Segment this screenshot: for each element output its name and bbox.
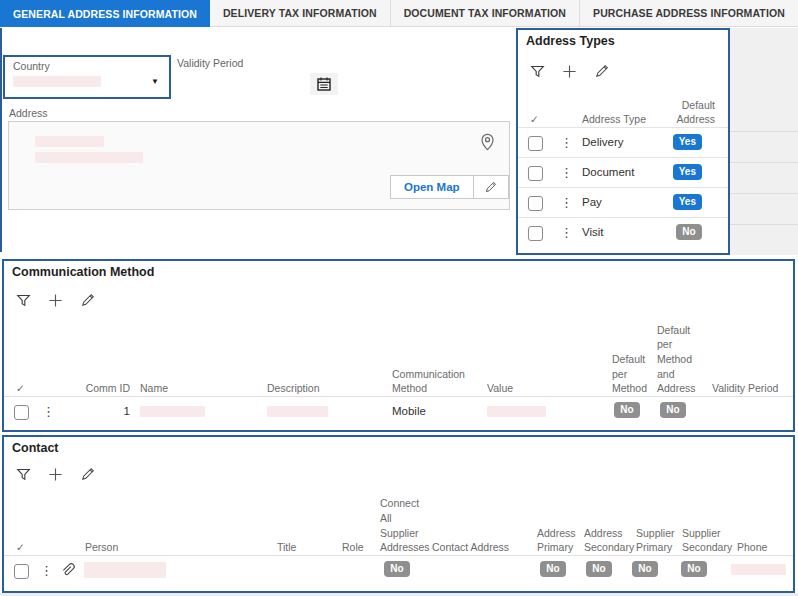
column-validity-period: Validity Period	[712, 381, 792, 396]
filter-icon[interactable]	[530, 64, 545, 79]
table-row[interactable]: ⋮ Pay Yes	[518, 187, 728, 218]
row-menu-icon[interactable]: ⋮	[560, 226, 573, 239]
column-phone: Phone	[737, 540, 787, 555]
address-type-value: Delivery	[582, 136, 624, 148]
row-menu-icon[interactable]: ⋮	[560, 166, 573, 179]
country-value-redacted	[13, 76, 101, 87]
column-comm-id: Comm ID	[60, 381, 130, 396]
row-menu-icon[interactable]: ⋮	[560, 196, 573, 209]
select-all-check-icon: ✓	[16, 381, 25, 396]
table-row[interactable]: ⋮ No No No No No	[4, 555, 793, 585]
column-name: Name	[140, 381, 260, 396]
row-checkbox[interactable]	[528, 226, 543, 241]
address-type-value: Document	[582, 166, 634, 178]
tab-delivery-tax-information[interactable]: DELIVERY TAX INFORMATION	[210, 0, 391, 27]
address-type-value: Pay	[582, 196, 602, 208]
column-value: Value	[487, 381, 602, 396]
address-types-title: Address Types	[526, 34, 615, 48]
row-checkbox[interactable]	[528, 166, 543, 181]
address-line2-redacted	[35, 152, 143, 163]
column-connect-all-supplier-addresses: Connect All Supplier Addresses	[380, 496, 430, 555]
country-field[interactable]: Country ▼	[3, 55, 171, 99]
column-description: Description	[267, 381, 387, 396]
tab-document-tax-information[interactable]: DOCUMENT TAX INFORMATION	[391, 0, 580, 27]
tab-general-address-information[interactable]: GENERAL ADDRESS INFORMATION	[0, 0, 210, 27]
edit-icon[interactable]	[80, 293, 95, 308]
row-checkbox[interactable]	[528, 196, 543, 211]
tab-bar: GENERAL ADDRESS INFORMATION DELIVERY TAX…	[0, 0, 798, 27]
contact-title: Contact	[12, 441, 59, 455]
row-checkbox[interactable]	[528, 136, 543, 151]
pencil-icon	[484, 181, 497, 194]
address-secondary-badge: No	[586, 561, 612, 577]
column-supplier-primary: Supplier Primary	[636, 526, 682, 555]
add-icon[interactable]	[48, 293, 63, 308]
column-default-per-method-and-address: Default per Method and Address	[657, 323, 707, 396]
validity-period-label: Validity Period	[177, 57, 243, 69]
column-address-type: Address Type	[582, 112, 662, 127]
contact-header-row: ✓ Person Title Role Connect All Supplier…	[4, 489, 793, 556]
description-value-redacted	[267, 406, 328, 417]
address-label: Address	[9, 107, 48, 119]
default-address-badge: Yes	[673, 164, 702, 180]
default-per-method-and-address-badge: No	[660, 402, 686, 418]
row-checkbox[interactable]	[14, 405, 29, 420]
column-contact-address: Contact Address	[432, 540, 527, 555]
name-value-redacted	[140, 406, 205, 417]
edit-icon[interactable]	[80, 467, 95, 482]
default-address-badge: Yes	[673, 134, 702, 150]
table-row[interactable]: ⋮ Document Yes	[518, 157, 728, 188]
communication-method-value: Mobile	[392, 405, 426, 417]
row-menu-icon[interactable]: ⋮	[42, 405, 55, 418]
calendar-icon[interactable]	[310, 73, 338, 95]
table-row[interactable]: ⋮ Visit No	[518, 217, 728, 248]
validity-period-input[interactable]	[177, 71, 338, 97]
supplier-secondary-badge: No	[681, 561, 707, 577]
address-types-header-row: ✓ Address Type Default Address	[518, 90, 728, 127]
address-box: Open Map	[8, 121, 510, 210]
filter-icon[interactable]	[16, 293, 31, 308]
grid-overflow-area	[730, 28, 798, 255]
edit-icon[interactable]	[594, 64, 609, 79]
select-all-check-icon: ✓	[530, 112, 539, 127]
column-supplier-secondary: Supplier Secondary	[682, 526, 738, 555]
form-left-accent-border	[0, 28, 2, 252]
row-checkbox[interactable]	[14, 564, 29, 579]
tab-purchase-address-information[interactable]: PURCHASE ADDRESS INFORMATION	[580, 0, 798, 27]
communication-method-header-row: ✓ Comm ID Name Description Communication…	[4, 321, 793, 397]
add-icon[interactable]	[562, 64, 577, 79]
add-icon[interactable]	[48, 467, 63, 482]
person-value-redacted	[84, 562, 166, 578]
attachment-paperclip-icon[interactable]	[60, 562, 75, 582]
table-row[interactable]: ⋮ Delivery Yes	[518, 127, 728, 158]
chevron-down-icon[interactable]: ▼	[151, 77, 159, 86]
address-primary-badge: No	[540, 561, 566, 577]
connect-all-supplier-addresses-badge: No	[384, 561, 410, 577]
location-pin-icon	[479, 133, 496, 155]
value-redacted	[487, 406, 546, 417]
address-type-value: Visit	[582, 226, 604, 238]
communication-method-panel: Communication Method ✓ Comm ID Name Desc…	[2, 259, 795, 432]
column-address-primary: Address Primary	[537, 526, 583, 555]
communication-method-title: Communication Method	[12, 265, 154, 279]
default-per-method-badge: No	[614, 402, 640, 418]
row-menu-icon[interactable]: ⋮	[560, 136, 573, 149]
edit-address-button[interactable]	[474, 175, 509, 199]
default-address-badge: Yes	[673, 194, 702, 210]
column-default-address: Default Address	[663, 98, 715, 127]
contact-panel: Contact ✓ Person Title Role Connect All …	[2, 435, 795, 593]
column-person: Person	[85, 540, 215, 555]
address-line1-redacted	[35, 136, 104, 147]
default-address-badge: No	[676, 224, 702, 240]
filter-icon[interactable]	[16, 467, 31, 482]
row-menu-icon[interactable]: ⋮	[40, 564, 53, 577]
address-types-panel: Address Types ✓ Address Type Default Add…	[516, 28, 730, 255]
column-title: Title	[277, 540, 327, 555]
table-row[interactable]: ⋮ 1 Mobile No No	[4, 396, 793, 426]
comm-id-value: 1	[60, 405, 130, 417]
select-all-check-icon: ✓	[16, 540, 25, 555]
supplier-primary-badge: No	[632, 561, 658, 577]
column-communication-method: Communication Method	[392, 367, 484, 396]
open-map-button[interactable]: Open Map	[390, 175, 474, 199]
column-default-per-method: Default per Method	[612, 352, 658, 396]
